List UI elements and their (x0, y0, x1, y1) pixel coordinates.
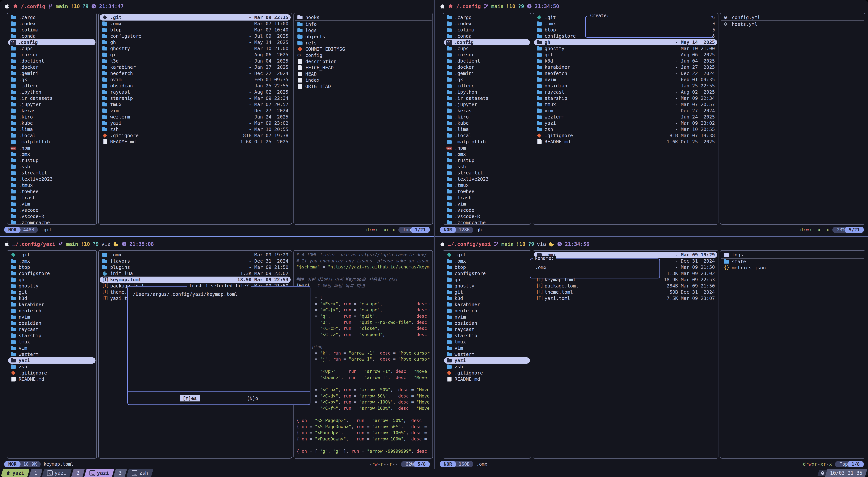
file-row[interactable]: .omx (8, 151, 95, 157)
file-row[interactable]: .conda (8, 33, 95, 39)
file-row[interactable]: .local (444, 132, 530, 139)
tmux-segment[interactable]: ›_ yazi (42, 469, 72, 477)
file-row[interactable]: .gitignore 81B Mar 07 19:38 (100, 132, 291, 139)
file-row[interactable]: .matplotlib (444, 139, 530, 145)
file-row[interactable]: gh - May 14 2025 (100, 39, 291, 46)
file-row[interactable]: .vim (444, 201, 530, 207)
file-row[interactable]: .kube (444, 120, 530, 126)
file-row[interactable]: .omx (444, 151, 530, 157)
file-row[interactable]: zsh - Mar 10 20:55 (100, 126, 291, 132)
file-row[interactable]: raycast - Aug 02 2025 (100, 89, 291, 95)
file-row[interactable]: .colima (444, 27, 530, 33)
file-row[interactable]: .ssh (444, 163, 530, 170)
file-row[interactable]: .rustup (444, 157, 530, 163)
file-row[interactable]: .streamlit (8, 170, 95, 176)
file-row[interactable]: .git (8, 252, 95, 258)
file-row[interactable]: .towhee (8, 188, 95, 195)
file-row[interactable]: hooks (295, 14, 432, 21)
file-row[interactable]: .tmux (8, 182, 95, 188)
file-row[interactable]: .Trash (8, 195, 95, 201)
file-row[interactable]: metrics.json (721, 265, 864, 271)
tmux-segment[interactable]: ›_ 1 (29, 469, 42, 477)
tmux-segment[interactable]: ›_ yazi (1, 469, 29, 477)
file-row[interactable]: hosts.yml (721, 21, 864, 27)
tmux-horizontal-divider-left[interactable] (0, 236, 434, 237)
file-row[interactable]: README.md (8, 376, 95, 382)
file-row[interactable]: .gemini (444, 70, 530, 77)
file-row[interactable]: README.md (444, 376, 530, 382)
file-row[interactable]: tmux (8, 339, 95, 345)
file-row[interactable]: nvim (8, 314, 95, 320)
file-row[interactable]: .jupyter (444, 101, 530, 108)
file-row[interactable]: .dbclient (8, 58, 95, 64)
file-row[interactable]: HEAD (295, 71, 432, 77)
file-row[interactable]: .omx - Mar 07 11:00 (100, 21, 291, 27)
file-row[interactable]: .keras (444, 108, 530, 114)
file-row[interactable]: gh (8, 276, 95, 283)
file-row[interactable]: .config (8, 39, 95, 46)
file-row[interactable]: .vscode-R (444, 213, 530, 219)
file-row[interactable]: yazi (8, 357, 95, 364)
file-row[interactable]: .ir_datasets (8, 95, 95, 101)
file-row[interactable]: FETCH_HEAD (295, 65, 432, 71)
file-row[interactable]: raycast (8, 326, 95, 332)
file-row[interactable]: config (295, 52, 432, 58)
file-row[interactable]: vim - Dec 27 2024 (534, 108, 717, 114)
file-row[interactable]: .npm (8, 145, 95, 151)
file-row[interactable]: .idlerc (8, 83, 95, 89)
file-row[interactable]: yazi - Mar 09 23:02 (534, 120, 717, 126)
file-row[interactable]: .cursor (8, 52, 95, 58)
rename-input[interactable]: .omx (530, 259, 659, 275)
file-row[interactable]: .vim (8, 201, 95, 207)
file-row[interactable]: yazi.toml 7.5K Mar 09 23:07 (534, 295, 717, 301)
file-row[interactable]: .ir_datasets (444, 95, 530, 101)
file-row[interactable]: btop (8, 264, 95, 270)
file-row[interactable]: refs (295, 40, 432, 46)
file-row[interactable]: README.md 1.6K Oct 25 2025 (534, 139, 717, 145)
file-row[interactable]: state (721, 259, 864, 265)
file-row[interactable]: .omx - Mar 09 19:29 (534, 252, 717, 258)
tmux-segment[interactable]: ›_ yazi (84, 469, 114, 477)
file-row[interactable]: vim - Dec 27 2024 (100, 108, 291, 114)
file-row[interactable]: info (295, 21, 432, 27)
file-row[interactable]: keymap.toml18.9K Mar 09 22:53 (100, 276, 291, 283)
file-row[interactable]: yazi - Mar 09 23:02 (100, 120, 291, 126)
file-row[interactable]: nvim - Feb 01 09:35 (100, 77, 291, 83)
file-row[interactable]: .texlive2023 (8, 176, 95, 182)
file-row[interactable]: .streamlit (444, 170, 530, 176)
file-row[interactable]: .omx (8, 258, 95, 264)
file-row[interactable]: starship (8, 332, 95, 339)
file-row[interactable]: wezterm (8, 351, 95, 357)
file-row[interactable]: nvim (444, 314, 530, 320)
file-row[interactable]: .docker (8, 64, 95, 70)
file-row[interactable]: obsidian (8, 320, 95, 326)
file-row[interactable]: plugins - Mar 09 21:50 (100, 264, 291, 270)
tmux-horizontal-divider-right[interactable] (435, 236, 868, 237)
file-row[interactable]: neofetch (444, 308, 530, 314)
file-row[interactable]: .idlerc (444, 83, 530, 89)
file-row[interactable]: starship - Mar 09 22:34 (100, 95, 291, 101)
file-row[interactable]: index (295, 77, 432, 83)
file-row[interactable]: COMMIT_EDITMSG (295, 46, 432, 52)
tmux-segment[interactable]: ›_ 2 (71, 469, 85, 477)
file-row[interactable]: wezterm (444, 351, 530, 357)
file-row[interactable]: package.toml 284B Mar 09 21:50 (534, 283, 717, 289)
file-row[interactable]: README.md 1.6K Oct 25 2025 (100, 139, 291, 145)
file-row[interactable]: git (444, 289, 530, 295)
file-row[interactable]: .cups (444, 46, 530, 52)
file-row[interactable]: gh - May 14 2025 (534, 39, 717, 46)
file-row[interactable]: tmux (444, 339, 530, 345)
file-row[interactable]: tmux - Mar 07 20:57 (100, 101, 291, 108)
file-row[interactable]: raycast - Aug 02 2025 (534, 89, 717, 95)
file-row[interactable]: obsidian - Jan 25 22:55 (100, 83, 291, 89)
file-row[interactable]: git - Aug 06 2025 (100, 52, 291, 58)
file-row[interactable]: .vscode-R (8, 213, 95, 219)
file-row[interactable]: .npm (444, 145, 530, 151)
file-row[interactable]: tmux - Mar 07 20:57 (534, 101, 717, 108)
file-row[interactable]: init.lua 1.3K Mar 09 23:02 (100, 270, 291, 276)
file-row[interactable]: .keras (8, 108, 95, 114)
file-row[interactable]: theme.toml 50B Dec 31 2024 (534, 289, 717, 295)
file-row[interactable]: .colima (8, 27, 95, 33)
file-row[interactable]: karabiner - Jan 27 2025 (100, 64, 291, 70)
file-row[interactable]: k3d (8, 295, 95, 301)
